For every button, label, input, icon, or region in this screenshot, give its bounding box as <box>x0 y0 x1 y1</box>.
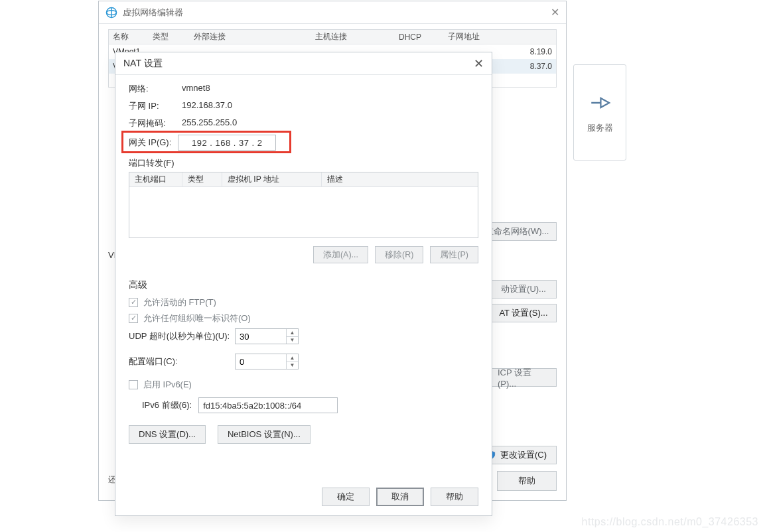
col-host: 主机连接 <box>311 31 395 42</box>
ipv6-prefix-label: IPv6 前缀(6): <box>142 399 192 411</box>
col-vm-ip: 虚拟机 IP 地址 <box>222 172 322 186</box>
server-label: 服务器 <box>587 122 613 134</box>
parent-footer: 帮助 <box>497 471 557 491</box>
server-side-card[interactable]: 服务器 <box>573 64 626 161</box>
nat-ok-button[interactable]: 确定 <box>322 488 370 506</box>
udp-timeout-row: UDP 超时(以秒为单位)(U): ▲▼ <box>129 328 478 344</box>
col-name: 名称 <box>109 31 149 42</box>
udp-timeout-input[interactable] <box>236 329 286 344</box>
parent-close-icon[interactable]: ✕ <box>551 6 559 19</box>
nat-title-bar: NAT 设置 ✕ <box>115 52 492 75</box>
subnet-mask-value: 255.255.255.0 <box>182 117 237 129</box>
port-buttons: 添加(A)... 移除(R) 属性(P) <box>129 246 478 263</box>
allow-any-oui-row: 允许任何组织唯一标识符(O) <box>129 312 478 324</box>
spin-up-icon: ▲ <box>287 329 298 337</box>
nat-cancel-button[interactable]: 取消 <box>376 488 424 506</box>
nat-settings-button[interactable]: AT 设置(S)... <box>490 304 557 322</box>
enable-ipv6-checkbox[interactable] <box>129 380 138 389</box>
dhcp-settings-button[interactable]: ICP 设置(P)... <box>490 368 557 387</box>
config-port-spinner[interactable]: ▲▼ <box>235 354 299 369</box>
port-remove-button[interactable]: 移除(R) <box>375 246 423 263</box>
nat-close-icon[interactable]: ✕ <box>474 56 484 71</box>
allow-active-ftp-label: 允许活动的 FTP(T) <box>143 297 216 308</box>
col-dhcp: DHCP <box>395 33 444 42</box>
arrow-right-icon <box>589 92 611 114</box>
app-logo-icon <box>105 7 117 19</box>
parent-title: 虚拟网络编辑器 <box>123 7 551 19</box>
parent-help-button[interactable]: 帮助 <box>497 471 557 491</box>
config-port-input[interactable] <box>236 354 286 369</box>
nat-settings-dialog: NAT 设置 ✕ 网络: vmnet8 子网 IP: 192.168.37.0 … <box>115 52 492 516</box>
config-port-label: 配置端口(C): <box>129 356 235 367</box>
gateway-ip-input[interactable]: 192 . 168 . 37 . 2 <box>178 135 276 151</box>
nat-help-button[interactable]: 帮助 <box>431 488 478 506</box>
spin-down-icon: ▼ <box>287 362 298 369</box>
udp-timeout-label: UDP 超时(以秒为单位)(U): <box>129 330 235 342</box>
network-value: vmnet8 <box>182 83 210 95</box>
svg-marker-3 <box>591 98 609 107</box>
port-props-button[interactable]: 属性(P) <box>430 246 478 263</box>
subnet-mask-label: 子网掩码: <box>129 117 182 129</box>
spinner-buttons[interactable]: ▲▼ <box>286 354 298 369</box>
col-type: 类型 <box>149 31 190 42</box>
udp-timeout-spinner[interactable]: ▲▼ <box>235 328 299 344</box>
enable-ipv6-label: 启用 IPv6(E) <box>143 379 192 391</box>
spin-up-icon: ▲ <box>287 354 298 362</box>
watermark: https://blog.csdn.net/m0_37426353 <box>582 516 758 528</box>
col-ext: 外部连接 <box>190 31 311 42</box>
enable-ipv6-row: 启用 IPv6(E) <box>129 379 478 391</box>
advanced-section: 高级 允许活动的 FTP(T) 允许任何组织唯一标识符(O) UDP 超时(以秒… <box>129 279 478 444</box>
port-forwarding-label: 端口转发(F) <box>129 157 478 169</box>
subnet-ip-label: 子网 IP: <box>129 100 182 112</box>
subnet-ip-value: 192.168.37.0 <box>182 100 232 112</box>
port-forwarding-table[interactable]: 主机端口 类型 虚拟机 IP 地址 描述 <box>129 172 478 238</box>
allow-active-ftp-checkbox[interactable] <box>129 298 138 307</box>
network-label: 网络: <box>129 83 182 95</box>
spinner-buttons[interactable]: ▲▼ <box>286 329 298 344</box>
network-row: 网络: vmnet8 <box>129 83 478 95</box>
gateway-row: 网关 IP(G): 192 . 168 . 37 . 2 <box>129 135 478 151</box>
gateway-label: 网关 IP(G): <box>129 137 171 149</box>
auto-settings-button[interactable]: 动设置(U)... <box>490 280 557 299</box>
nat-body: 网络: vmnet8 子网 IP: 192.168.37.0 子网掩码: 255… <box>115 75 492 452</box>
allow-any-oui-checkbox[interactable] <box>129 314 138 323</box>
dns-netbios-row: DNS 设置(D)... NetBIOS 设置(N)... <box>129 425 478 444</box>
subnet-ip-row: 子网 IP: 192.168.37.0 <box>129 100 478 112</box>
port-table-header: 主机端口 类型 虚拟机 IP 地址 描述 <box>129 172 478 187</box>
allow-active-ftp-row: 允许活动的 FTP(T) <box>129 297 478 308</box>
nat-title: NAT 设置 <box>123 58 474 70</box>
port-add-button[interactable]: 添加(A)... <box>313 246 368 263</box>
nat-footer: 确定 取消 帮助 <box>322 488 478 506</box>
spin-down-icon: ▼ <box>287 337 298 344</box>
ipv6-prefix-input[interactable]: fd15:4ba5:5a2b:1008::/64 <box>198 397 338 413</box>
parent-title-bar: 虚拟网络编辑器 ✕ <box>99 1 566 24</box>
ipv6-prefix-row: IPv6 前缀(6): fd15:4ba5:5a2b:1008::/64 <box>142 397 478 413</box>
advanced-title: 高级 <box>129 279 478 291</box>
subnet-mask-row: 子网掩码: 255.255.255.0 <box>129 117 478 129</box>
networks-table-header: 名称 类型 外部连接 主机连接 DHCP 子网地址 <box>109 30 556 44</box>
col-desc: 描述 <box>322 172 478 186</box>
config-port-row: 配置端口(C): ▲▼ <box>129 354 478 369</box>
col-proto-type: 类型 <box>182 172 222 186</box>
netbios-settings-button[interactable]: NetBIOS 设置(N)... <box>218 425 311 444</box>
allow-any-oui-label: 允许任何组织唯一标识符(O) <box>143 312 251 324</box>
col-subnet: 子网地址 <box>444 31 556 42</box>
dns-settings-button[interactable]: DNS 设置(D)... <box>129 425 206 444</box>
col-host-port: 主机端口 <box>129 172 182 186</box>
